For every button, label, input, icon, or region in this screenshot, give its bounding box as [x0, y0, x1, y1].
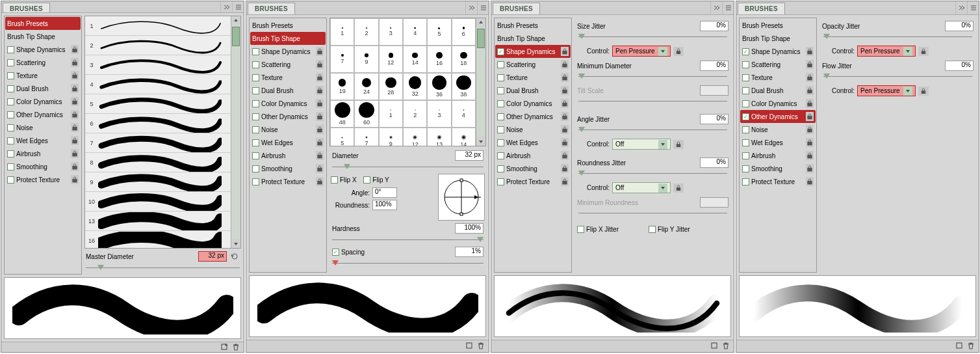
- brush-tip[interactable]: 9: [379, 128, 403, 146]
- collapse-icon[interactable]: [220, 1, 232, 12]
- tab-brushes[interactable]: BRUSHES: [3, 3, 50, 12]
- brush-tip[interactable]: 28: [379, 73, 403, 100]
- diameter-slider[interactable]: [332, 163, 484, 171]
- opt-brush-presets[interactable]: Brush Presets: [5, 17, 81, 30]
- lock-icon[interactable]: [316, 99, 324, 108]
- opt-noise[interactable]: Noise: [5, 121, 81, 134]
- trash-icon[interactable]: [967, 342, 975, 351]
- opt-dual-brush[interactable]: Dual Brush: [250, 84, 326, 97]
- lock-icon[interactable]: [316, 177, 324, 186]
- brush-tip[interactable]: 5: [427, 18, 451, 46]
- lock-icon[interactable]: [806, 112, 814, 121]
- opt-airbrush[interactable]: Airbrush: [250, 149, 326, 162]
- opt-color-dynamics[interactable]: Color Dynamics: [740, 97, 816, 110]
- brush-tip[interactable]: 9: [354, 46, 378, 73]
- opacity-jitter-slider[interactable]: [823, 33, 972, 41]
- preset-stroke[interactable]: 1: [85, 16, 231, 36]
- size-control-select[interactable]: Pen Pressure: [612, 46, 671, 57]
- trash-icon[interactable]: [232, 343, 240, 352]
- opt-wet-edges[interactable]: Wet Edges: [250, 136, 326, 149]
- roundness-control-select[interactable]: Off: [612, 182, 671, 193]
- roundness-jitter-value[interactable]: 0%: [700, 157, 729, 168]
- preset-stroke[interactable]: 9: [85, 172, 231, 192]
- brush-tip[interactable]: 13: [427, 128, 451, 146]
- new-icon[interactable]: [220, 343, 228, 352]
- lock-icon[interactable]: [806, 99, 814, 108]
- lock-icon[interactable]: [806, 125, 814, 134]
- opt-brush-tip-shape[interactable]: Brush Tip Shape: [495, 32, 571, 45]
- opt-shape-dynamics[interactable]: ✓Shape Dynamics: [740, 45, 816, 58]
- lock-icon[interactable]: [806, 86, 814, 95]
- reset-icon[interactable]: [229, 251, 240, 262]
- opt-dual-brush[interactable]: Dual Brush: [5, 82, 81, 95]
- angle-diagram[interactable]: [438, 174, 485, 221]
- lock-icon[interactable]: [806, 164, 814, 173]
- opt-other-dynamics[interactable]: Other Dynamics: [250, 110, 326, 123]
- new-icon[interactable]: [710, 342, 718, 351]
- lock-icon[interactable]: [316, 164, 324, 173]
- brush-tip[interactable]: 2: [354, 18, 378, 46]
- lock-icon[interactable]: [561, 164, 569, 173]
- preset-stroke[interactable]: 10: [85, 192, 231, 211]
- brush-tip[interactable]: 12: [403, 128, 427, 146]
- lock-icon[interactable]: [316, 86, 324, 95]
- opt-brush-presets[interactable]: Brush Presets: [495, 19, 571, 32]
- brush-tip[interactable]: 14: [452, 128, 476, 146]
- opt-airbrush[interactable]: Airbrush: [5, 147, 81, 160]
- opt-texture[interactable]: Texture: [495, 71, 571, 84]
- lock-icon[interactable]: [316, 73, 324, 82]
- min-diameter-slider[interactable]: [578, 73, 727, 81]
- opt-dual-brush[interactable]: Dual Brush: [740, 84, 816, 97]
- brush-tip[interactable]: 3: [427, 100, 451, 128]
- scrollbar[interactable]: [231, 16, 240, 248]
- angle-control-select[interactable]: Off: [612, 139, 671, 150]
- collapse-icon[interactable]: [710, 1, 722, 14]
- opt-smoothing[interactable]: Smoothing: [5, 160, 81, 173]
- lock-icon[interactable]: [561, 47, 569, 56]
- lock-icon[interactable]: [316, 112, 324, 121]
- brush-tip-grid[interactable]: 1234567912141618192428323638486012345791…: [330, 18, 476, 146]
- brush-tip[interactable]: 18: [452, 46, 476, 73]
- lock-icon[interactable]: [561, 99, 569, 108]
- opt-smoothing[interactable]: Smoothing: [740, 162, 816, 175]
- size-jitter-slider[interactable]: [578, 33, 727, 41]
- trash-icon[interactable]: [722, 342, 730, 351]
- menu-icon[interactable]: [967, 1, 979, 14]
- brush-tip[interactable]: 14: [403, 46, 427, 73]
- preset-stroke[interactable]: 2: [85, 36, 231, 55]
- opt-texture[interactable]: Texture: [250, 71, 326, 84]
- opt-protect-texture[interactable]: Protect Texture: [250, 175, 326, 188]
- opt-protect-texture[interactable]: Protect Texture: [495, 175, 571, 188]
- hardness-slider[interactable]: [332, 236, 484, 244]
- opt-texture[interactable]: Texture: [5, 69, 81, 82]
- opacity-jitter-value[interactable]: 0%: [945, 21, 974, 31]
- lock-icon[interactable]: [71, 45, 79, 54]
- brush-tip[interactable]: 6: [452, 18, 476, 46]
- lock-icon[interactable]: [806, 73, 814, 82]
- lock-icon[interactable]: [71, 175, 79, 184]
- roundness-jitter-slider[interactable]: [578, 170, 727, 178]
- diameter-value[interactable]: 32 px: [455, 150, 484, 161]
- brush-tip[interactable]: 38: [452, 73, 476, 100]
- tab-brushes[interactable]: BRUSHES: [738, 3, 785, 14]
- brush-tip[interactable]: 60: [354, 100, 378, 128]
- opt-brush-tip-shape[interactable]: Brush Tip Shape: [740, 32, 816, 45]
- lock-icon[interactable]: [561, 86, 569, 95]
- collapse-icon[interactable]: [955, 1, 967, 14]
- opt-color-dynamics[interactable]: Color Dynamics: [495, 97, 571, 110]
- opt-brush-tip-shape[interactable]: Brush Tip Shape: [250, 32, 326, 45]
- opt-protect-texture[interactable]: Protect Texture: [5, 173, 81, 186]
- angle-jitter-slider[interactable]: [578, 126, 727, 134]
- brush-tip[interactable]: 16: [427, 46, 451, 73]
- new-icon[interactable]: [955, 342, 963, 351]
- opt-protect-texture[interactable]: Protect Texture: [740, 175, 816, 188]
- lock-icon[interactable]: [561, 73, 569, 82]
- lock-icon[interactable]: [71, 58, 79, 67]
- opt-brush-tip-shape[interactable]: Brush Tip Shape: [5, 30, 81, 43]
- opt-noise[interactable]: Noise: [740, 123, 816, 136]
- brush-tip[interactable]: 1: [379, 100, 403, 128]
- lock-icon[interactable]: [673, 140, 684, 149]
- lock-icon[interactable]: [918, 47, 929, 56]
- tab-brushes[interactable]: BRUSHES: [493, 3, 540, 14]
- flip-x-jitter-checkbox[interactable]: Flip X Jitter: [577, 226, 619, 233]
